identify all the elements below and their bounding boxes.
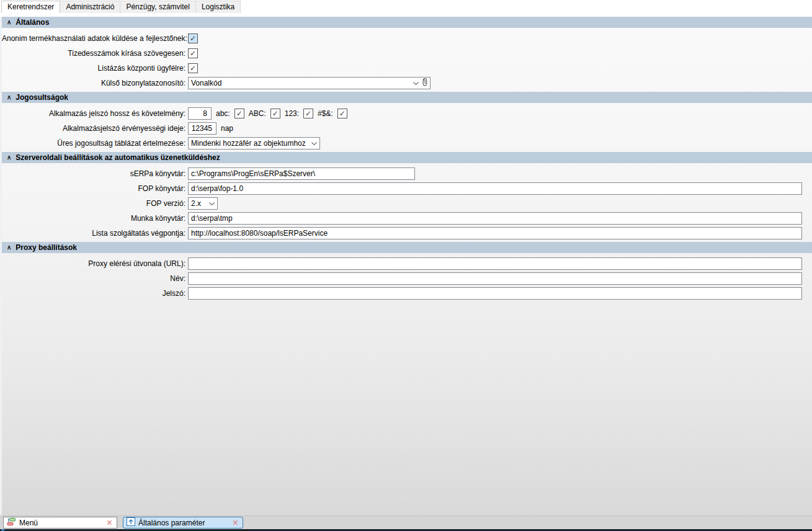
kulso-bizonylat-label: Külső bizonylatazonosító: [2, 79, 188, 87]
task-tab-altalanos-parameter[interactable]: Általános paraméter × [123, 517, 243, 529]
field-row: Jelszó: [2, 287, 812, 300]
tizedes-label: Tizedesszámok kírása szövegesen: [2, 49, 188, 58]
fop-dir-input[interactable] [188, 182, 802, 195]
field-row: FOP verzió: 2.x [2, 197, 812, 210]
password-requirement-checkgroup: abc: ✓ ABC: ✓ 123: ✓ #$&: ✓ [216, 109, 347, 118]
symbols-label: #$&: [318, 109, 333, 118]
field-row: Külső bizonylatazonosító: Vonalkód [2, 77, 812, 89]
tab-logisztika[interactable]: Logisztika [195, 1, 241, 13]
password-requirement-label: Alkalmazás jelszó hossz és követelmény: [2, 109, 188, 118]
chevron-down-icon[interactable] [311, 139, 318, 148]
field-row: Anonim termékhasználati adatok küldése a… [2, 32, 812, 45]
empty-rights-select[interactable]: Mindenki hozzáfér az objektumhoz [188, 137, 320, 149]
abc-upper-label: ABC: [249, 109, 266, 118]
listazas-checkbox[interactable]: ✓ [188, 63, 198, 73]
field-row: Alkalmazás jelszó hossz és követelmény: … [2, 107, 812, 120]
close-icon[interactable]: × [233, 519, 239, 527]
tab-adminisztracio[interactable]: Adminisztráció [60, 1, 120, 13]
collapse-icon[interactable]: ∧ [7, 94, 11, 100]
field-row: Tizedesszámok kírása szövegesen: ✓ [2, 47, 812, 60]
section-title: Jogosultságok [16, 93, 68, 102]
anonim-label: Anonim termékhasználati adatok küldése a… [2, 34, 188, 43]
field-row: Üres jogosultság táblázat értelmezése: M… [2, 137, 812, 149]
field-row: Alkalmazásjelszó érvényességi ideje: nap [2, 122, 812, 135]
chevron-down-icon[interactable] [208, 199, 215, 208]
serpa-dir-label: sERPa könyvtár: [2, 169, 188, 178]
task-tab-menu[interactable]: Menü × [3, 517, 117, 529]
field-row: Proxy elérési útvonala (URL): [2, 257, 812, 270]
section-title: Szerveroldali beállítások az automatikus… [16, 153, 220, 162]
proxy-name-input[interactable] [188, 272, 802, 285]
fop-version-select[interactable]: 2.x [188, 197, 218, 210]
chevron-down-icon[interactable] [413, 79, 419, 87]
section-body-altalanos: Anonim termékhasználati adatok küldése a… [2, 28, 812, 92]
collapse-icon[interactable]: ∧ [7, 19, 11, 25]
empty-rights-label: Üres jogosultság táblázat értelmezése: [2, 139, 188, 148]
password-validity-unit: nap [221, 124, 233, 133]
section-header-proxy[interactable]: ∧ Proxy beállítások [2, 242, 812, 253]
symbols-checkbox[interactable]: ✓ [337, 109, 347, 118]
field-row: FOP könyvtár: [2, 182, 812, 195]
select-value: Mindenki hozzáfér az objektumhoz [191, 139, 311, 148]
section-title: Proxy beállítások [16, 243, 77, 252]
field-row: Munka könyvtár: [2, 212, 812, 225]
section-title: Általános [16, 18, 49, 27]
section-body-proxy: Proxy elérési útvonala (URL): Név: Jelsz… [2, 253, 812, 302]
list-endpoint-label: Lista szolgáltatás végpontja: [2, 229, 188, 238]
tab-penzugy-szamvitel[interactable]: Pénzügy, számvitel [120, 1, 196, 13]
tizedes-checkbox[interactable]: ✓ [188, 48, 198, 58]
section-header-szerveroldali[interactable]: ∧ Szerveroldali beállítások az automatik… [2, 152, 812, 163]
task-tab-label: Általános paraméter [138, 519, 205, 527]
proxy-url-label: Proxy elérési útvonala (URL): [2, 259, 188, 268]
serpa-dir-input[interactable] [188, 167, 415, 180]
password-length-input[interactable] [188, 107, 212, 120]
proxy-name-label: Név: [2, 274, 188, 283]
section-header-altalanos[interactable]: ∧ Általános [2, 17, 812, 28]
field-row: Lista szolgáltatás végpontja: [2, 227, 812, 239]
kulso-bizonylat-combobox[interactable]: Vonalkód [188, 77, 431, 89]
abc-label: abc: [216, 109, 230, 118]
collapse-icon[interactable]: ∧ [7, 244, 11, 251]
fop-dir-label: FOP könyvtár: [2, 184, 188, 193]
paperclip-icon[interactable] [422, 78, 428, 89]
collapse-icon[interactable]: ∧ [7, 154, 11, 161]
numbers-checkbox[interactable]: ✓ [303, 109, 313, 118]
select-value: 2.x [191, 199, 208, 208]
section-body-jogosultsagok: Alkalmazás jelszó hossz és követelmény: … [2, 103, 812, 152]
field-row: Listázás központi ügyfélre: ✓ [2, 62, 812, 74]
tab-keretrendszer[interactable]: Keretrendszer [1, 1, 60, 13]
work-dir-label: Munka könyvtár: [2, 214, 188, 223]
proxy-password-label: Jelszó: [2, 289, 188, 298]
window-up-arrow-icon [127, 517, 135, 528]
anonim-checkbox[interactable]: ✓ [188, 33, 198, 43]
abc-upper-checkbox[interactable]: ✓ [270, 109, 280, 118]
field-row: sERPa könyvtár: [2, 167, 812, 180]
proxy-url-input[interactable] [188, 257, 802, 270]
numbers-label: 123: [285, 109, 299, 118]
section-header-jogosultsagok[interactable]: ∧ Jogosultságok [2, 92, 812, 103]
menu-tree-icon [7, 517, 16, 528]
listazas-label: Listázás központi ügyfélre: [2, 64, 188, 73]
section-body-szerveroldali: sERPa könyvtár: FOP könyvtár: FOP verzió… [2, 163, 812, 242]
abc-checkbox[interactable]: ✓ [234, 109, 244, 118]
open-windows-taskbar: Menü × Általános paraméter × [0, 515, 812, 529]
combobox-value: Vonalkód [191, 79, 413, 87]
fop-version-label: FOP verzió: [2, 199, 188, 208]
proxy-password-input[interactable] [188, 287, 802, 300]
work-dir-input[interactable] [188, 212, 802, 225]
main-tabbar: Keretrendszer Adminisztráció Pénzügy, sz… [0, 0, 812, 13]
field-row: Név: [2, 272, 812, 285]
password-validity-label: Alkalmazásjelszó érvényességi ideje: [2, 124, 188, 133]
password-validity-input[interactable] [188, 122, 216, 135]
list-endpoint-input[interactable] [188, 227, 802, 239]
close-icon[interactable]: × [107, 519, 114, 527]
task-tab-label: Menü [19, 519, 38, 527]
settings-panel: ∧ Általános Anonim termékhasználati adat… [0, 17, 812, 515]
